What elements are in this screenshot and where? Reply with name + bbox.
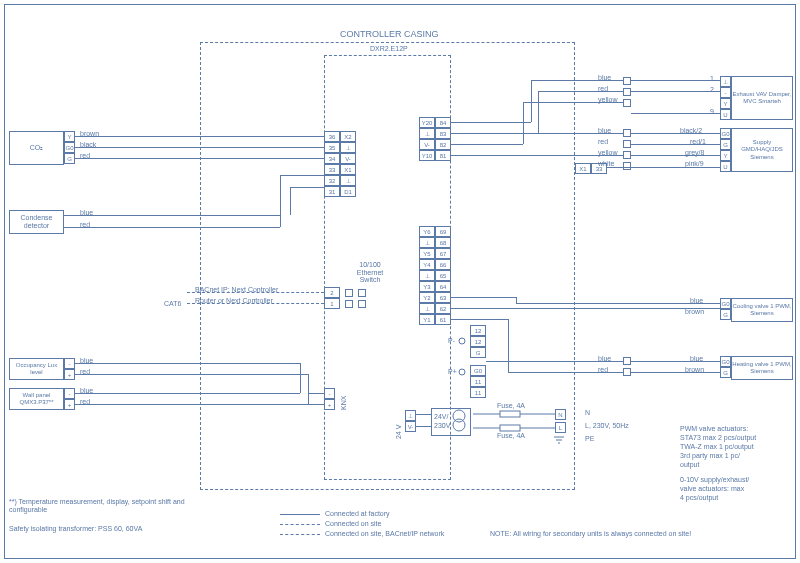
wire: [538, 91, 539, 133]
wire: [631, 372, 720, 373]
wire: [631, 155, 720, 156]
bt-perp: ⊥: [405, 410, 416, 421]
wire: [631, 113, 720, 114]
leg-factory: Connected at factory: [325, 510, 390, 518]
note-r3: 3rd party max 1 pc/: [680, 452, 740, 460]
wire: [508, 319, 509, 372]
svg-point-12: [459, 369, 465, 375]
wire: [416, 414, 431, 415]
note-r6: 0-10V supply/exhaust/: [680, 476, 749, 484]
leg-note: NOTE: All wiring for secondary units is …: [490, 530, 691, 538]
footnote-temp: **) Temperature measurement, display, se…: [9, 498, 209, 513]
wire: [523, 102, 623, 103]
wire: [416, 426, 431, 427]
footnote-trafo: Safety isolating transformer: PSS 60, 60…: [9, 525, 229, 533]
wire: [531, 80, 532, 122]
lbl-24v: 24 V: [395, 425, 403, 439]
wire: [451, 297, 516, 298]
wire: [631, 133, 720, 134]
wire: [631, 144, 720, 145]
svg-point-11: [459, 338, 465, 344]
wire: [508, 372, 623, 373]
leg-bacnet: Connected on site, BACnet/IP network: [325, 530, 444, 538]
wire: [451, 144, 523, 145]
note-r4: output: [680, 461, 699, 469]
wire: [631, 80, 720, 81]
leg-factory-line: [280, 514, 320, 515]
wire: [516, 303, 720, 304]
wire: [523, 102, 524, 144]
bt-vminus: V-: [405, 421, 416, 432]
wire: [451, 319, 508, 320]
leg-site: Connected on site: [325, 520, 381, 528]
wire: [451, 155, 623, 156]
wire: [631, 91, 720, 92]
wire: [631, 361, 720, 362]
wire: [531, 80, 623, 81]
note-r7: valve actuators: max: [680, 485, 744, 493]
note-r1: STA73 max 2 pcs/output: [680, 434, 756, 442]
wire: [538, 91, 623, 92]
wire: [451, 133, 623, 134]
wire: [451, 122, 531, 123]
leg-bacnet-line: [280, 534, 320, 535]
wire: [451, 308, 720, 309]
note-r2: TWA-Z max 1 pc/output: [680, 443, 754, 451]
wire: [486, 361, 623, 362]
note-r8: 4 pcs/output: [680, 494, 718, 502]
leg-site-line: [280, 524, 320, 525]
note-r0: PWM valve actuators:: [680, 425, 748, 433]
wire: [607, 167, 720, 168]
